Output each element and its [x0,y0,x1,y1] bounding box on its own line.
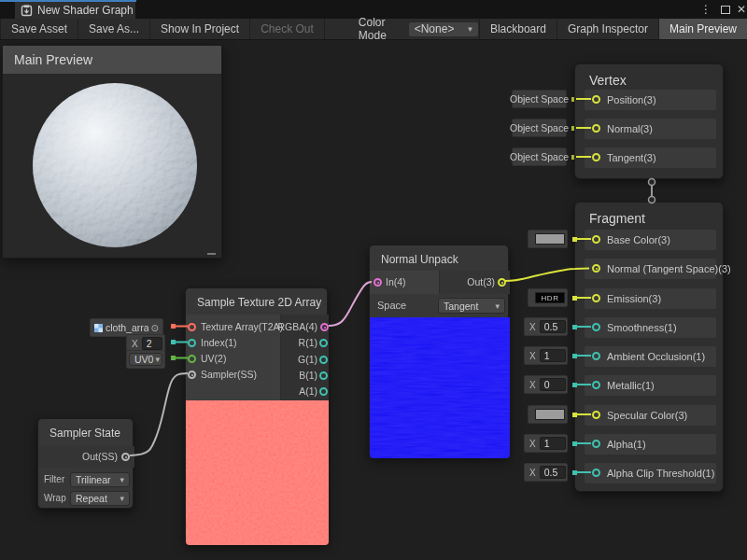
sample-texture-preview [186,400,329,545]
output-row-rgba: RGBA(4) [281,319,329,335]
smoothness-field[interactable]: X0.5 [524,317,568,336]
show-in-project-button[interactable]: Show In Project [150,19,250,39]
sampler-state-node[interactable]: Sampler State Out(SS) Filter Trilinear ▾… [37,418,134,509]
save-asset-button[interactable]: Save Asset [0,19,78,39]
tab-title: New Shader Graph [37,4,134,17]
graph-canvas[interactable]: Main Preview [0,40,747,560]
save-as-button[interactable]: Save As... [78,19,150,39]
texture-array-port[interactable] [188,323,196,331]
maximize-icon[interactable] [717,0,734,19]
widget-port-dot [572,325,577,329]
output-row-g: G(1) [281,352,329,368]
chevron-down-icon: ▾ [120,494,124,503]
index-port[interactable] [188,339,196,347]
in-port[interactable] [374,278,382,287]
vertex-row-normal: Normal(3) [585,119,716,139]
sample-texture-2d-array-node[interactable]: Sample Texture 2D Array Texture Array(T2… [185,287,328,544]
ambient-occlusion-port[interactable] [592,352,600,360]
blackboard-toggle-button[interactable]: Blackboard [479,19,557,39]
widget-port-dot [572,413,577,417]
color-mode-value: <None> [415,22,455,35]
alpha-field[interactable]: X1 [524,434,568,453]
tangent-port[interactable] [592,153,600,161]
alpha-clip-port[interactable] [592,469,600,477]
sample-node-title: Sample Texture 2D Array [197,296,321,309]
normal-unpack-preview [370,317,510,458]
object-space-badge[interactable]: Object Space [512,147,567,166]
base-color-swatch[interactable] [528,230,568,248]
fragment-node-title: Fragment [589,211,645,226]
r-port[interactable] [319,339,328,347]
out-ss-port[interactable] [121,453,130,461]
normal-unpack-title: Normal Unpack [381,253,458,266]
specular-color-port[interactable] [592,411,600,419]
in-cell: In(4) [370,271,440,294]
chevron-down-icon: ▾ [120,475,124,484]
tab-new-shader-graph[interactable]: New Shader Graph [15,2,135,19]
position-port[interactable] [592,95,600,104]
vertex-node[interactable]: Vertex Position(3) Normal(3) Tangent(3) [574,63,724,179]
object-space-badge[interactable]: Object Space [512,90,567,108]
g-port[interactable] [319,356,328,364]
wire-sampler-state [130,373,188,455]
fragment-row-smoothness: Smoothness(1) [585,317,716,338]
preview-sphere [32,82,198,248]
widget-port-dot [572,470,577,475]
chevron-down-icon: ▾ [468,24,472,34]
fragment-row-normal-ts: Normal (Tangent Space)(3) [585,259,716,279]
main-preview-toggle-button[interactable]: Main Preview [658,19,747,39]
emission-hdr-swatch[interactable]: HDR [528,288,568,307]
ambient-occlusion-field[interactable]: X1 [524,346,568,365]
metallic-port[interactable] [592,381,600,389]
a-port[interactable] [319,387,328,396]
object-space-badge[interactable]: Object Space [512,119,567,137]
shader-graph-window: New Shader Graph ⋮ ✕ Save Asset Save As.… [0,0,747,560]
uv-channel-dropdown[interactable]: UV0 ▾ [126,350,165,369]
widget-port-dot [572,296,577,301]
normal-unpack-node[interactable]: Normal Unpack In(4) Out(3) Space Tangent… [369,245,509,457]
out-port[interactable] [498,278,506,287]
b-port[interactable] [319,371,328,380]
fragment-row-ambient-occlusion: Ambient Occlusion(1) [585,346,716,367]
wrap-dropdown[interactable]: Repeat ▾ [70,491,130,506]
alpha-clip-field[interactable]: X0.5 [524,463,568,482]
resize-grip[interactable] [207,253,216,255]
shader-graph-icon [21,5,33,17]
sampler-port[interactable] [188,371,196,379]
base-color-port[interactable] [592,235,600,244]
smoothness-port[interactable] [592,323,600,331]
main-preview-header[interactable]: Main Preview [3,46,221,74]
close-icon[interactable]: ✕ [734,0,747,19]
space-dropdown[interactable]: Tangent ▾ [438,298,505,314]
widget-port-dot [171,356,176,360]
fragment-row-base-color: Base Color(3) [585,230,716,250]
alpha-port[interactable] [592,440,600,448]
emission-port[interactable] [592,294,600,302]
widget-port-dot [572,441,577,446]
wrap-row: Wrap Repeat ▾ [38,490,134,507]
normal-ts-port[interactable] [592,264,600,273]
specular-color-swatch[interactable] [528,405,568,424]
color-mode-dropdown[interactable]: <None> ▾ [408,21,479,37]
graph-inspector-toggle-button[interactable]: Graph Inspector [557,19,658,39]
fragment-node[interactable]: Fragment Base Color(3) Normal (Tangent S… [574,202,724,492]
input-row-sampler: Sampler(SS) [186,367,281,383]
sampler-state-title: Sampler State [49,427,120,440]
normal-port[interactable] [592,124,600,133]
input-row-uv: UV(2) [186,351,281,367]
filter-dropdown[interactable]: Trilinear ▾ [70,472,130,487]
object-picker-icon[interactable]: ⊙ [151,323,159,333]
block-link-dot [649,179,655,186]
rgba-port[interactable] [320,323,329,331]
out-cell: Out(3) [440,271,510,294]
widget-port-dot [572,354,577,358]
window-menu-icon[interactable]: ⋮ [698,0,713,19]
fragment-row-alpha: Alpha(1) [585,434,716,455]
main-preview-panel[interactable]: Main Preview [2,45,222,259]
check-out-button: Check Out [250,19,325,39]
uv-port[interactable] [188,355,196,363]
fragment-row-emission: Emission(3) [585,288,716,309]
metallic-field[interactable]: X0 [524,375,568,394]
vertex-row-position: Position(3) [585,90,716,110]
out-ss-row: Out(SS) [38,446,134,468]
